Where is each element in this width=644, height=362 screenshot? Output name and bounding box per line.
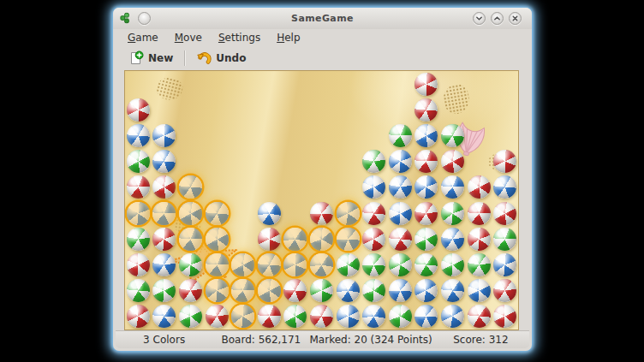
- menu-item-game[interactable]: Game: [123, 31, 163, 45]
- ball-blue[interactable]: [152, 253, 176, 276]
- ball-red[interactable]: [127, 175, 150, 199]
- ball-green[interactable]: [441, 202, 464, 225]
- ball-blue[interactable]: [441, 279, 464, 302]
- ball-red[interactable]: [493, 202, 516, 225]
- ball-green[interactable]: [179, 305, 202, 328]
- maximize-button[interactable]: [491, 12, 504, 25]
- ball-green[interactable]: [441, 253, 464, 276]
- ball-green[interactable]: [152, 279, 176, 302]
- ball-red[interactable]: [493, 150, 516, 173]
- ball-red[interactable]: [362, 202, 385, 225]
- ball-marked[interactable]: [310, 253, 333, 276]
- ball-green[interactable]: [362, 150, 385, 173]
- ball-blue[interactable]: [362, 175, 385, 199]
- ball-red[interactable]: [127, 305, 150, 328]
- ball-blue[interactable]: [441, 175, 464, 199]
- ball-red[interactable]: [441, 150, 464, 173]
- ball-blue[interactable]: [152, 150, 176, 173]
- ball-marked[interactable]: [206, 228, 229, 251]
- ball-green[interactable]: [414, 228, 438, 251]
- ball-green[interactable]: [127, 228, 150, 251]
- ball-blue[interactable]: [389, 279, 412, 302]
- ball-blue[interactable]: [414, 124, 438, 147]
- ball-blue[interactable]: [493, 175, 516, 199]
- ball-green[interactable]: [389, 124, 412, 147]
- ball-marked[interactable]: [206, 202, 229, 225]
- ball-blue[interactable]: [414, 175, 438, 199]
- ball-red[interactable]: [414, 150, 438, 173]
- ball-marked[interactable]: [337, 202, 360, 225]
- ball-marked[interactable]: [127, 202, 150, 225]
- menu-item-settings[interactable]: Settings: [214, 31, 265, 45]
- ball-red[interactable]: [206, 305, 229, 328]
- ball-green[interactable]: [362, 253, 385, 276]
- ball-marked[interactable]: [231, 305, 254, 328]
- undo-button[interactable]: Undo: [191, 49, 251, 68]
- ball-marked[interactable]: [258, 279, 281, 302]
- ball-red[interactable]: [283, 279, 307, 302]
- ball-red[interactable]: [468, 202, 491, 225]
- ball-red[interactable]: [152, 228, 176, 251]
- ball-blue[interactable]: [414, 305, 438, 328]
- close-button[interactable]: [509, 12, 522, 25]
- ball-marked[interactable]: [231, 253, 254, 276]
- ball-green[interactable]: [127, 150, 150, 173]
- ball-marked[interactable]: [206, 253, 229, 276]
- ball-blue[interactable]: [362, 305, 385, 328]
- ball-blue[interactable]: [414, 279, 438, 302]
- ball-red[interactable]: [127, 253, 150, 276]
- ball-green[interactable]: [337, 253, 360, 276]
- ball-red[interactable]: [179, 279, 202, 302]
- ball-blue[interactable]: [389, 150, 412, 173]
- ball-red[interactable]: [310, 305, 333, 328]
- ball-blue[interactable]: [389, 175, 412, 199]
- ball-red[interactable]: [414, 73, 438, 96]
- ball-marked[interactable]: [283, 253, 307, 276]
- ball-green[interactable]: [441, 124, 464, 147]
- ball-green[interactable]: [468, 253, 491, 276]
- ball-blue[interactable]: [258, 202, 281, 225]
- ball-marked[interactable]: [231, 279, 254, 302]
- ball-marked[interactable]: [179, 228, 202, 251]
- ball-red[interactable]: [310, 202, 333, 225]
- ball-blue[interactable]: [441, 305, 464, 328]
- minimize-button[interactable]: [473, 12, 486, 25]
- ball-marked[interactable]: [179, 175, 202, 199]
- ball-blue[interactable]: [468, 279, 491, 302]
- ball-green[interactable]: [414, 253, 438, 276]
- ball-red[interactable]: [258, 305, 281, 328]
- menu-item-help[interactable]: Help: [272, 31, 304, 45]
- ball-green[interactable]: [179, 253, 202, 276]
- ball-marked[interactable]: [310, 228, 333, 251]
- ball-red[interactable]: [127, 98, 150, 122]
- ball-red[interactable]: [258, 228, 281, 251]
- ball-green[interactable]: [389, 305, 412, 328]
- ball-red[interactable]: [468, 175, 491, 199]
- ball-red[interactable]: [468, 228, 491, 251]
- menu-item-move[interactable]: Move: [170, 31, 206, 45]
- ball-red[interactable]: [362, 228, 385, 251]
- ball-green[interactable]: [389, 253, 412, 276]
- titlebar[interactable]: SameGame: [113, 8, 532, 29]
- ball-green[interactable]: [310, 279, 333, 302]
- ball-green[interactable]: [127, 279, 150, 302]
- ball-green[interactable]: [493, 228, 516, 251]
- ball-blue[interactable]: [493, 253, 516, 276]
- ball-blue[interactable]: [389, 202, 412, 225]
- ball-red[interactable]: [414, 98, 438, 122]
- ball-green[interactable]: [362, 279, 385, 302]
- ball-green[interactable]: [283, 305, 307, 328]
- ball-blue[interactable]: [441, 228, 464, 251]
- ball-blue[interactable]: [337, 279, 360, 302]
- ball-red[interactable]: [389, 228, 412, 251]
- ball-blue[interactable]: [127, 124, 150, 147]
- ball-marked[interactable]: [283, 228, 307, 251]
- new-button[interactable]: New: [123, 49, 178, 68]
- ball-blue[interactable]: [152, 305, 176, 328]
- ball-marked[interactable]: [179, 202, 202, 225]
- ball-blue[interactable]: [337, 305, 360, 328]
- ball-red[interactable]: [493, 305, 516, 328]
- ball-red[interactable]: [493, 279, 516, 302]
- ball-blue[interactable]: [152, 124, 176, 147]
- ball-marked[interactable]: [337, 228, 360, 251]
